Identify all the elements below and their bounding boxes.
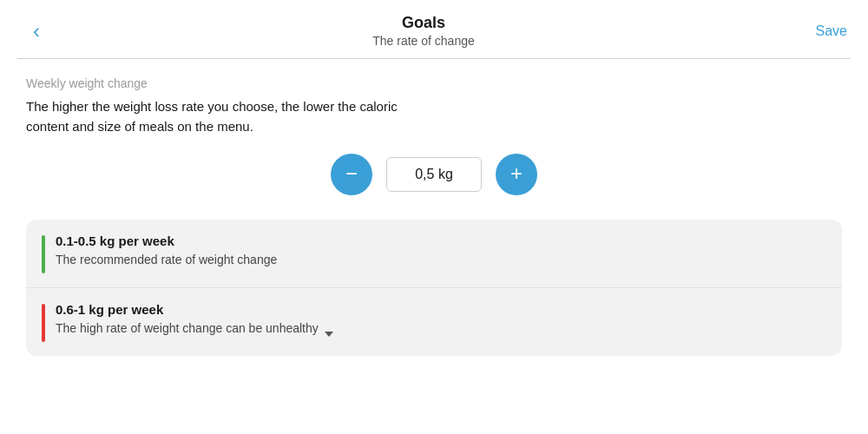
card-text-high-rate: 0.6-1 kg per week The high rate of weigh… (56, 302, 826, 338)
card-desc-high-rate: The high rate of weight change can be un… (56, 320, 826, 338)
green-indicator (42, 235, 45, 273)
weight-value-display: 0,5 kg (386, 157, 482, 192)
section-label: Weekly weight change (26, 76, 842, 90)
info-cards-container: 0.1-0.5 kg per week The recommended rate… (26, 220, 842, 356)
screen: ‹ Goals The rate of change Save Weekly w… (0, 0, 868, 434)
increment-button[interactable]: + (496, 154, 537, 195)
page-title: Goals (52, 14, 795, 32)
card-text-recommended: 0.1-0.5 kg per week The recommended rate… (56, 233, 826, 269)
weight-control: − 0,5 kg + (26, 154, 842, 195)
card-desc-recommended: The recommended rate of weight change (56, 252, 826, 269)
dropdown-arrow-icon[interactable] (325, 332, 333, 337)
minus-icon: − (345, 163, 358, 184)
header: ‹ Goals The rate of change Save (0, 0, 868, 58)
page-subtitle: The rate of change (52, 34, 795, 48)
info-card-recommended: 0.1-0.5 kg per week The recommended rate… (26, 220, 842, 288)
card-desc-text-high-rate: The high rate of weight change can be un… (56, 320, 319, 338)
card-title-recommended: 0.1-0.5 kg per week (56, 233, 826, 248)
main-content: Weekly weight change The higher the weig… (0, 59, 868, 356)
info-card-high-rate: 0.6-1 kg per week The high rate of weigh… (26, 288, 842, 356)
red-indicator (42, 304, 45, 342)
back-button[interactable]: ‹ (21, 21, 52, 42)
plus-icon: + (510, 163, 523, 184)
decrement-button[interactable]: − (331, 154, 372, 195)
header-title-block: Goals The rate of change (52, 14, 795, 48)
save-button[interactable]: Save (795, 23, 847, 39)
card-title-high-rate: 0.6-1 kg per week (56, 302, 826, 317)
description-text: The higher the weight loss rate you choo… (26, 97, 408, 136)
